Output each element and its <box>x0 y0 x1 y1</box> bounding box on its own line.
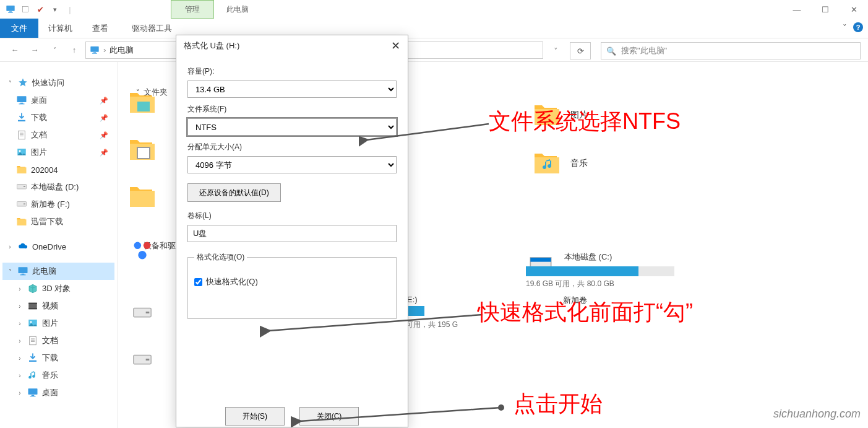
drive-new-remnant[interactable]: 新加卷 <box>563 295 587 306</box>
forward-button[interactable]: → <box>26 41 43 59</box>
tree-item-3d[interactable]: ›3D 对象 <box>2 280 114 297</box>
help-icon[interactable]: ? <box>853 22 863 32</box>
baidu-netdisk-icon[interactable] <box>126 234 158 266</box>
tree-item-drive-f[interactable]: 新加卷 (F:) <box>2 196 114 213</box>
tree-label: 图片 <box>31 147 47 158</box>
quick-format-checkbox[interactable]: 快速格式化(Q) <box>194 276 390 287</box>
tree-onedrive[interactable]: ›OneDrive <box>2 238 114 255</box>
download-icon <box>27 352 38 364</box>
tree-item-desktop[interactable]: ›桌面 <box>2 384 114 401</box>
download-icon <box>16 112 27 123</box>
dialog-title: 格式化 U盘 (H:) <box>184 40 239 51</box>
allocation-label: 分配单元大小(A) <box>187 142 397 152</box>
tree-item-folder[interactable]: 迅雷下载 <box>2 213 114 230</box>
tree-item-drive-d[interactable]: 本地磁盘 (D:) <box>2 178 114 196</box>
pin-icon: 📌 <box>100 131 108 139</box>
breadcrumb-sep-icon: › <box>103 45 106 55</box>
cube-icon <box>27 283 38 294</box>
item-label: 音乐 <box>570 158 588 169</box>
tree-label: 视频 <box>42 300 58 312</box>
svg-rect-20 <box>137 147 150 159</box>
tab-drive-tools[interactable]: 驱动器工具 <box>122 19 182 38</box>
up-button[interactable]: ↑ <box>66 41 83 59</box>
qat-sep: | <box>63 2 77 16</box>
refresh-button[interactable]: ⟳ <box>570 42 591 59</box>
folder-pictures[interactable]: 图片 <box>532 100 588 130</box>
restore-defaults-button[interactable]: 还原设备的默认值(D) <box>187 183 281 202</box>
minimize-button[interactable]: — <box>783 0 811 19</box>
tree-item-music[interactable]: ›音乐 <box>2 367 114 384</box>
file-tab[interactable]: 文件 <box>0 19 38 38</box>
drive-icon <box>16 181 27 193</box>
watermark: sichuanhong.com <box>773 408 861 421</box>
tree-item-documents[interactable]: 文档📌 <box>2 126 114 144</box>
tree-item-documents[interactable]: ›文档 <box>2 332 114 349</box>
contextual-tab-label: 管理 <box>171 0 214 19</box>
picture-icon <box>27 318 38 329</box>
tree-item-pictures[interactable]: ›图片 <box>2 315 114 332</box>
tree-item-desktop[interactable]: 桌面📌 <box>2 92 114 109</box>
drive-item[interactable] <box>126 344 158 377</box>
tree-item-downloads[interactable]: ›下载 <box>2 349 114 367</box>
drive-item[interactable] <box>126 297 158 330</box>
qat-dropdown-icon[interactable]: ▾ <box>48 2 62 16</box>
qat-icon[interactable] <box>4 2 17 16</box>
maximize-button[interactable]: ☐ <box>811 0 840 19</box>
tree-label: 下载 <box>31 112 47 123</box>
capacity-label: 容量(P): <box>187 66 397 77</box>
qat-check-icon[interactable]: ✔ <box>33 2 47 16</box>
close-dialog-button[interactable]: 关闭(C) <box>299 407 359 426</box>
chevron-right-icon[interactable]: › <box>16 320 24 327</box>
tree-item-downloads[interactable]: 下载📌 <box>2 109 114 126</box>
volume-input[interactable] <box>187 225 397 242</box>
drive-icon <box>16 199 27 210</box>
start-button[interactable]: 开始(S) <box>225 407 285 426</box>
tab-computer[interactable]: 计算机 <box>38 19 82 38</box>
chevron-right-icon[interactable]: › <box>16 390 24 396</box>
tree-label: 3D 对象 <box>42 283 71 294</box>
chevron-right-icon[interactable]: › <box>16 338 24 344</box>
folder-item[interactable] <box>126 181 158 213</box>
search-placeholder: 搜索"此电脑" <box>621 45 667 56</box>
qat-prop-icon[interactable] <box>19 2 32 16</box>
monitor-icon <box>16 95 27 106</box>
chevron-down-icon[interactable]: ˅ <box>6 80 14 87</box>
close-button[interactable]: ✕ <box>840 0 868 19</box>
breadcrumb-text[interactable]: 此电脑 <box>110 45 134 56</box>
volume-label: 卷标(L) <box>187 211 397 221</box>
allocation-select[interactable]: 4096 字节 <box>187 156 397 173</box>
folder-item[interactable] <box>126 87 158 119</box>
recent-dropdown-icon[interactable]: ˅ <box>46 41 63 59</box>
quick-format-input[interactable] <box>194 278 202 286</box>
folder-music[interactable]: 音乐 <box>532 149 588 178</box>
chevron-right-icon[interactable]: › <box>6 243 14 250</box>
svg-rect-22 <box>530 258 551 262</box>
chevron-right-icon[interactable]: › <box>16 372 24 379</box>
tree-item-pictures[interactable]: 图片📌 <box>2 144 114 161</box>
tree-this-pc[interactable]: ˅此电脑 <box>2 263 114 280</box>
chevron-right-icon[interactable]: › <box>16 303 24 310</box>
cloud-icon <box>17 241 28 252</box>
tree-quick-access[interactable]: ˅ 快速访问 <box>2 74 114 92</box>
search-box[interactable]: 🔍 搜索"此电脑" <box>601 42 861 59</box>
filesystem-select[interactable]: NTFS <box>187 118 397 136</box>
dialog-close-button[interactable]: ✕ <box>391 39 400 53</box>
back-button[interactable]: ← <box>6 41 24 59</box>
folder-item[interactable] <box>126 134 158 166</box>
tree-label: 下载 <box>42 352 58 364</box>
chevron-right-icon[interactable]: › <box>16 355 24 362</box>
ribbon: 文件 计算机 查看 驱动器工具 <box>0 19 868 38</box>
chevron-down-icon[interactable]: ˅ <box>6 268 14 275</box>
drive-e-remnant[interactable]: E:) <box>407 295 418 304</box>
chevron-right-icon[interactable]: › <box>16 286 24 292</box>
drive-c[interactable]: 本地磁盘 (C:) 19.6 GB 可用，共 80.0 GB <box>526 251 674 289</box>
filesystem-label: 文件系统(F) <box>187 104 397 115</box>
address-dropdown-icon[interactable]: ˅ <box>546 42 565 59</box>
ribbon-chevron-icon[interactable]: ˅ <box>843 23 847 32</box>
capacity-select[interactable]: 13.4 GB <box>187 81 397 98</box>
tab-view[interactable]: 查看 <box>82 19 118 38</box>
tree-item-folder[interactable]: 202004 <box>2 161 114 178</box>
pin-icon: 📌 <box>100 114 108 122</box>
tree-item-videos[interactable]: ›视频 <box>2 297 114 315</box>
tree-label: 图片 <box>42 318 58 329</box>
